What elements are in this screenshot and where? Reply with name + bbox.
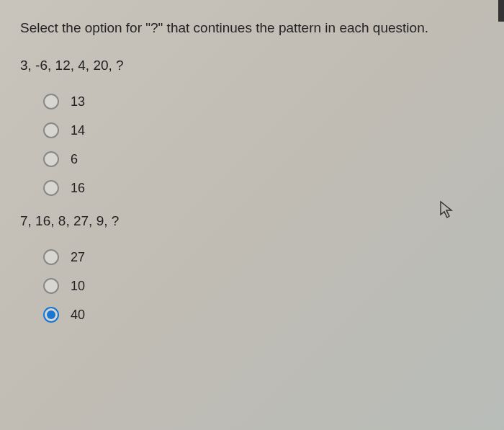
- option-label: 16: [71, 181, 85, 196]
- radio-icon[interactable]: [43, 180, 59, 196]
- option-label: 6: [71, 152, 78, 167]
- radio-icon[interactable]: [43, 307, 59, 323]
- q1-option-3[interactable]: 16: [43, 180, 484, 196]
- radio-icon[interactable]: [43, 122, 59, 138]
- q2-option-0[interactable]: 27: [43, 249, 484, 265]
- instruction-text: Select the option for "?" that continues…: [20, 20, 484, 36]
- question-2-sequence: 7, 16, 8, 27, 9, ?: [20, 213, 484, 229]
- option-label: 10: [71, 279, 85, 294]
- edge-decoration: [498, 0, 504, 22]
- radio-icon[interactable]: [43, 249, 59, 265]
- q2-option-1[interactable]: 10: [43, 278, 484, 294]
- radio-icon[interactable]: [43, 151, 59, 167]
- q1-option-1[interactable]: 14: [43, 122, 484, 138]
- option-label: 40: [71, 308, 85, 323]
- option-label: 13: [71, 94, 85, 109]
- question-2-options: 27 10 40: [43, 249, 484, 323]
- q1-option-2[interactable]: 6: [43, 151, 484, 167]
- radio-icon[interactable]: [43, 94, 59, 109]
- question-1-sequence: 3, -6, 12, 4, 20, ?: [20, 58, 484, 73]
- q2-option-2[interactable]: 40: [43, 307, 484, 323]
- q1-option-0[interactable]: 13: [43, 94, 484, 109]
- option-label: 27: [71, 250, 85, 265]
- question-1-options: 13 14 6 16: [43, 94, 484, 196]
- radio-icon[interactable]: [43, 278, 59, 294]
- option-label: 14: [71, 123, 85, 138]
